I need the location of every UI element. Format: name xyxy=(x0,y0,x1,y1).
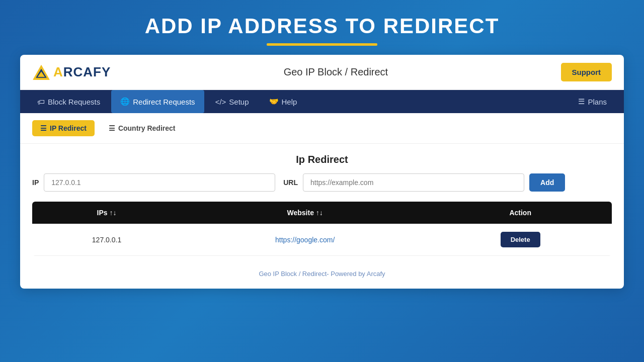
col-action: Action xyxy=(429,202,612,224)
card-footer: Geo IP Block / Redirect- Powered by Arca… xyxy=(20,256,624,289)
section-title: Ip Redirect xyxy=(20,144,624,173)
ip-input[interactable] xyxy=(44,173,275,192)
ip-redirect-table: IPs ↑↓ Website ↑↓ Action 127.0.0.1 https… xyxy=(32,202,612,256)
tab-country-label: Country Redirect xyxy=(118,124,176,132)
tag-icon: 🏷 xyxy=(37,98,45,106)
tab-country-icon: ☰ xyxy=(109,124,115,132)
title-underline xyxy=(267,43,377,46)
support-button[interactable]: Support xyxy=(561,63,612,81)
card-header: ARCAFY Geo IP Block / Redirect Support xyxy=(20,55,624,90)
logo: ARCAFY xyxy=(32,63,111,81)
table-body: 127.0.0.1 https://google.com/ Delete xyxy=(32,224,612,256)
tab-ip-label: IP Redirect xyxy=(50,124,87,132)
table-header: IPs ↑↓ Website ↑↓ Action xyxy=(32,202,612,224)
page-title: ADD IP ADDRESS TO REDIRECT xyxy=(0,14,644,38)
form-row: IP URL Add xyxy=(20,173,624,202)
plans-label: Plans xyxy=(588,98,607,106)
cell-action: Delete xyxy=(429,224,612,256)
table-row: 127.0.0.1 https://google.com/ Delete xyxy=(32,224,612,256)
cell-website: https://google.com/ xyxy=(181,224,429,256)
tab-bar: ☰ IP Redirect ☰ Country Redirect xyxy=(20,113,624,144)
nav-label-redirect-requests: Redirect Requests xyxy=(133,98,195,106)
card-subtitle: Geo IP Block / Redirect xyxy=(284,66,388,78)
nav-plans[interactable]: ☰ Plans xyxy=(569,90,616,113)
col-website: Website ↑↓ xyxy=(181,202,429,224)
url-form-group: URL Add xyxy=(283,173,565,192)
nav-item-setup[interactable]: </> Setup xyxy=(206,90,258,113)
page-header: ADD IP ADDRESS TO REDIRECT xyxy=(0,0,644,55)
nav-item-redirect-requests[interactable]: 🌐 Redirect Requests xyxy=(111,90,204,113)
ip-label: IP xyxy=(32,178,39,187)
col-ips: IPs ↑↓ xyxy=(32,202,181,224)
plans-list-icon: ☰ xyxy=(578,97,585,106)
url-input[interactable] xyxy=(303,173,524,192)
tab-ip-icon: ☰ xyxy=(40,124,47,132)
cell-ip: 127.0.0.1 xyxy=(32,224,181,256)
code-icon: </> xyxy=(215,98,226,106)
logo-text: ARCAFY xyxy=(53,64,111,80)
nav-label-help: Help xyxy=(282,98,297,106)
nav-label-block-requests: Block Requests xyxy=(48,98,100,106)
website-link[interactable]: https://google.com/ xyxy=(275,236,335,244)
nav-item-help[interactable]: 🤝 Help xyxy=(260,90,306,113)
tab-country-redirect[interactable]: ☰ Country Redirect xyxy=(101,120,184,136)
tab-ip-redirect[interactable]: ☰ IP Redirect xyxy=(32,120,95,136)
arcafy-logo-icon xyxy=(32,63,50,81)
footer-text: Geo IP Block / Redirect- Powered by Arca… xyxy=(259,270,385,278)
help-icon: 🤝 xyxy=(269,97,279,106)
globe-icon: 🌐 xyxy=(120,97,130,106)
ip-form-group: IP xyxy=(32,173,275,192)
nav-label-setup: Setup xyxy=(229,98,249,106)
nav-item-block-requests[interactable]: 🏷 Block Requests xyxy=(28,90,109,113)
main-card: ARCAFY Geo IP Block / Redirect Support 🏷… xyxy=(20,55,624,289)
nav-bar: 🏷 Block Requests 🌐 Redirect Requests </>… xyxy=(20,90,624,113)
add-button[interactable]: Add xyxy=(529,173,565,192)
delete-button[interactable]: Delete xyxy=(501,232,540,247)
url-label: URL xyxy=(283,178,298,187)
